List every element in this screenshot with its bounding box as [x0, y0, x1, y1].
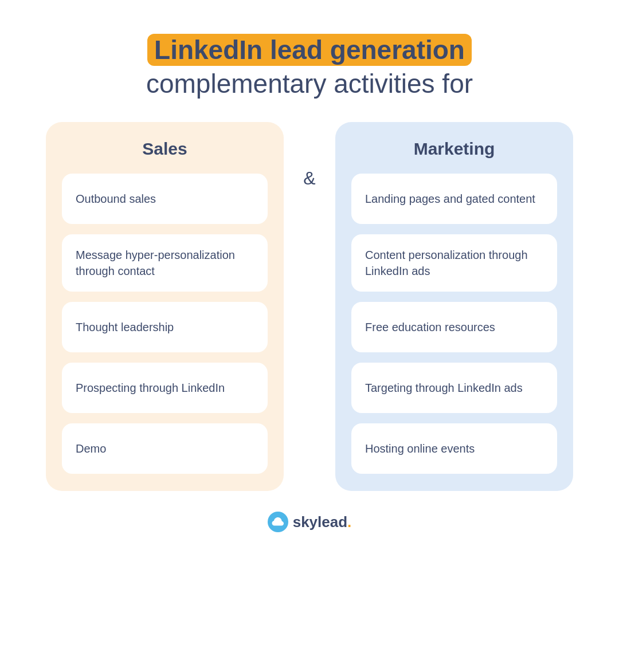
marketing-item-4: Targeting through LinkedIn ads: [351, 363, 557, 413]
and-symbol: &: [303, 168, 315, 189]
sales-title: Sales: [62, 139, 268, 159]
sales-item-3: Thought leadership: [62, 302, 268, 352]
sales-item-4: Prospecting through LinkedIn: [62, 363, 268, 413]
page-container: LinkedIn lead generation complementary a…: [11, 11, 608, 672]
header-line2: complementary activities for: [146, 68, 473, 99]
footer: skylead.: [268, 512, 352, 532]
marketing-item-2: Content personalization through LinkedIn…: [351, 234, 557, 292]
marketing-column: Marketing Landing pages and gated conten…: [335, 122, 573, 491]
header-section: LinkedIn lead generation complementary a…: [146, 34, 473, 99]
marketing-title: Marketing: [351, 139, 557, 159]
columns-wrapper: Sales Outbound sales Message hyper-perso…: [46, 122, 573, 491]
header-highlight: LinkedIn lead generation: [147, 34, 472, 66]
middle-separator: &: [284, 122, 335, 168]
marketing-item-3: Free education resources: [351, 302, 557, 352]
marketing-item-1: Landing pages and gated content: [351, 174, 557, 224]
sales-item-5: Demo: [62, 423, 268, 474]
sales-item-2: Message hyper-personalization through co…: [62, 234, 268, 292]
brand-icon: [268, 512, 288, 532]
header-line1: LinkedIn lead generation: [146, 34, 473, 66]
brand-logo: skylead.: [268, 512, 352, 532]
brand-name: skylead.: [293, 513, 352, 531]
sales-item-1: Outbound sales: [62, 174, 268, 224]
sales-column: Sales Outbound sales Message hyper-perso…: [46, 122, 284, 491]
marketing-item-5: Hosting online events: [351, 423, 557, 474]
